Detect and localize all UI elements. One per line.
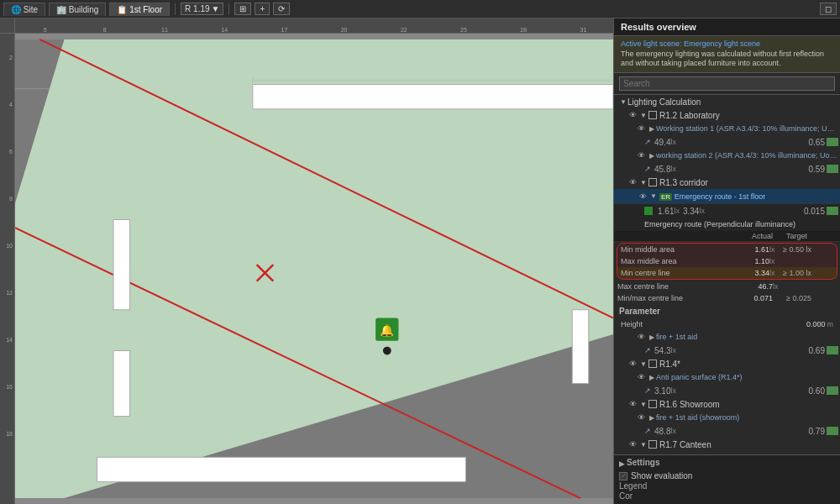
r1-6-label: R1.6 Showroom xyxy=(659,400,838,409)
separator-1 xyxy=(175,3,176,15)
col-header-empty xyxy=(617,232,731,240)
eye-icon-er: 👁 xyxy=(638,192,648,202)
col-actual-header: Actual xyxy=(731,232,773,240)
ruler-tick-v: 6 xyxy=(9,149,13,155)
arrow-r1-4: ▼ xyxy=(639,360,648,368)
lighting-calc-header[interactable]: ▼ Lighting Calculation xyxy=(614,95,840,108)
ws2-bar xyxy=(827,165,838,173)
ruler-tick: 5 xyxy=(44,27,47,33)
ruler-tick: 14 xyxy=(221,27,228,33)
show-eval-checkbox[interactable]: ✓ xyxy=(619,472,627,480)
tab-site[interactable]: 🌐 Site xyxy=(3,3,45,16)
search-input[interactable] xyxy=(619,76,835,91)
ruler-tick-v: 10 xyxy=(6,243,13,249)
ws2-unit: lx xyxy=(670,165,676,173)
arrow-er: ▼ xyxy=(649,192,658,201)
show-eval-label: Show evaluation xyxy=(631,471,692,480)
canvas-area[interactable]: 5 8 11 14 17 20 22 25 28 31 2 4 6 8 10 1… xyxy=(0,18,613,504)
ruler-tick-v: 12 xyxy=(6,290,13,296)
ruler-tick-v: 2 xyxy=(9,55,13,60)
er-perp-row[interactable]: Emergency route (Perpendicular illuminan… xyxy=(614,218,840,231)
refresh-button[interactable]: ⟳ xyxy=(273,3,290,15)
height-value: 0.000 xyxy=(806,320,826,328)
fire-show-row[interactable]: 👁 ▶ fire + 1st aid (showroom) xyxy=(614,411,840,424)
eye-icon-fs: 👁 xyxy=(636,412,646,423)
col-target-header: Target xyxy=(786,232,837,240)
ruler-tick: 17 xyxy=(281,27,287,33)
r1-2-row[interactable]: 👁 ▼ R1.2 Laboratory xyxy=(614,108,840,122)
room-icon-r1-6 xyxy=(648,399,658,409)
ruler-top: 5 8 11 14 17 20 22 25 28 31 xyxy=(15,18,613,34)
cor-label: Cor xyxy=(619,491,633,501)
height-label: Height xyxy=(621,320,806,328)
arrow-fire: ▶ xyxy=(648,333,656,341)
anti-panic-row[interactable]: 👁 ▶ Anti panic surface (R1.4*) xyxy=(614,370,840,384)
emergency-route-header[interactable]: 👁 ▼ ER Emergency route - 1st floor xyxy=(614,189,840,204)
fire-show-label: fire + 1st aid (showroom) xyxy=(656,413,838,422)
min-centre-label: Min centre line xyxy=(621,269,727,277)
plus-button[interactable]: + xyxy=(255,3,270,15)
room-icon xyxy=(648,110,658,120)
emergency-route-label: ER Emergency route - 1st floor xyxy=(659,192,765,201)
zoom-button[interactable]: ⊞ xyxy=(234,3,251,15)
r1-2-label: R1.2 Laboratory xyxy=(659,111,838,120)
ws1-label: Working station 1 (ASR A3.4/3: 10% illum… xyxy=(656,124,838,133)
height-row: Height 0.000 m xyxy=(614,318,840,330)
main-toolbar: 🌐 Site 🏢 Building 📋 1st Floor R 1.19 ▼ ⊞… xyxy=(0,0,840,18)
tab-1st-floor[interactable]: 📋 1st Floor xyxy=(109,3,170,16)
fire-show-ratio: 0.79 xyxy=(809,427,825,436)
tree-area[interactable]: ▼ Lighting Calculation 👁 ▼ R1.2 Laborato… xyxy=(614,95,840,454)
min-middle-row: Min middle area 1.61 lx ≥ 0.50 lx xyxy=(617,244,837,255)
ws2-row[interactable]: 👁 ▶ working station 2 (ASR A3.4/3: 10% i… xyxy=(614,149,840,162)
show-eval-row[interactable]: ✓ Show evaluation xyxy=(619,471,835,480)
room-icon-r1-3 xyxy=(648,177,658,187)
ruler-tick-v: 4 xyxy=(9,102,13,108)
fire-1st-ratio: 0.69 xyxy=(809,346,825,355)
fire-1st-row[interactable]: 👁 ▶ fire + 1st aid xyxy=(614,330,840,344)
anti-panic-value: 3.10 xyxy=(654,386,670,396)
anti-panic-bar xyxy=(827,386,838,395)
anti-panic-ratio: 0.60 xyxy=(809,386,825,396)
r1-3-row[interactable]: 👁 ▼ R1.3 corridor xyxy=(614,176,840,189)
ruler-corner xyxy=(0,18,15,34)
ruler-tick-v: 18 xyxy=(6,431,13,437)
ws1-row[interactable]: 👁 ▶ Working station 1 (ASR A3.4/3: 10% i… xyxy=(614,122,840,135)
anti-panic-cant-label: Anti panic surface (R1.7 Canteen) xyxy=(656,454,838,454)
ws2-arrow-icon: ↗ xyxy=(644,165,651,173)
ws1-value: 49.4 xyxy=(654,138,670,147)
room-dropdown[interactable]: R 1.19 ▼ xyxy=(181,3,223,15)
er-icon xyxy=(644,207,653,215)
r1-6-row[interactable]: 👁 ▼ R1.6 Showroom xyxy=(614,397,840,411)
r1-4-row[interactable]: 👁 ▼ R1.4* xyxy=(614,357,840,370)
panel-search xyxy=(614,73,840,95)
max-middle-label: Max middle area xyxy=(621,257,727,265)
r1-3-label: R1.3 corridor xyxy=(659,178,838,187)
ruler-tick: 20 xyxy=(341,27,348,33)
ws2-label: working station 2 (ASR A3.4/3: 10% illum… xyxy=(656,151,838,160)
floorplan[interactable]: 🔔 xyxy=(15,34,613,504)
min-max-target: ≥ 0.025 xyxy=(786,294,837,302)
main-area: 5 8 11 14 17 20 22 25 28 31 2 4 6 8 10 1… xyxy=(0,18,840,504)
fire-1st-value: 54.3 xyxy=(654,346,670,355)
ruler-tick-v: 14 xyxy=(6,337,13,343)
max-middle-row: Max middle area 1.10 lx xyxy=(617,255,837,267)
ws1-arrow-icon: ↗ xyxy=(644,138,651,146)
er-val1: 1.61 xyxy=(658,207,674,216)
tab-building[interactable]: 🏢 Building xyxy=(49,3,106,16)
r1-7-label: R1.7 Canteen xyxy=(659,440,838,449)
ruler-tick-v: 8 xyxy=(9,196,13,202)
max-middle-actual: 1.10 xyxy=(727,257,769,265)
window-button[interactable]: ◻ xyxy=(820,3,837,15)
r1-7-row[interactable]: 👁 ▼ R1.7 Canteen xyxy=(614,438,840,451)
height-unit: m xyxy=(827,320,834,328)
er-badge: ER xyxy=(659,193,672,201)
settings-header-row[interactable]: ▶ Settings xyxy=(619,458,835,469)
arrow-ws1: ▶ xyxy=(648,124,656,133)
arrow-fs: ▶ xyxy=(648,413,656,422)
anti-panic-cant-row[interactable]: 👁 ▶ Anti panic surface (R1.7 Canteen) xyxy=(614,451,840,454)
max-centre-actual: 46.7 xyxy=(731,282,773,291)
max-centre-label: Max centre line xyxy=(617,282,731,291)
ruler-tick: 8 xyxy=(103,27,107,33)
min-centre-actual: 3.34 xyxy=(727,269,769,277)
ws2-value-row: ↗ 45.8 lx 0.59 xyxy=(614,162,840,176)
